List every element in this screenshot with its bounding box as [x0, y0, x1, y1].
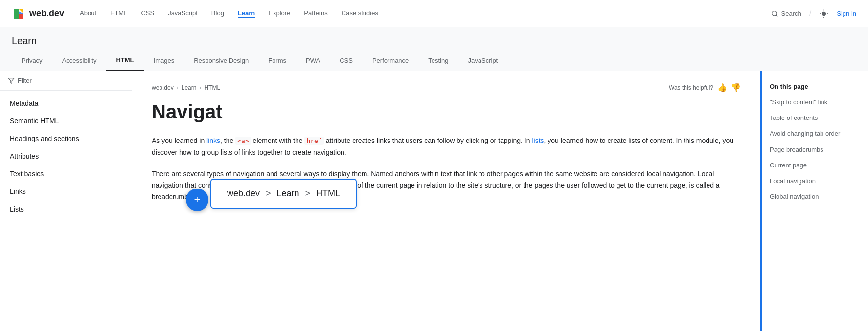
svg-point-4	[772, 11, 776, 15]
breadcrumb-webdev[interactable]: web.dev	[152, 84, 174, 91]
divider: /	[809, 9, 811, 18]
filter-icon	[8, 77, 15, 84]
popup-sep-1: >	[266, 189, 271, 199]
page-title: Navigat	[152, 100, 741, 123]
subnav-javascript[interactable]: JavaScript	[458, 51, 508, 70]
breadcrumb-popup: web.dev > Learn > HTML	[210, 179, 357, 209]
subnav-privacy[interactable]: Privacy	[12, 51, 52, 70]
breadcrumb-learn[interactable]: Learn	[182, 84, 197, 91]
zoom-icon: +	[186, 189, 208, 211]
nav-links: About HTML CSS JavaScript Blog Learn Exp…	[80, 9, 771, 18]
svg-marker-3	[19, 14, 23, 19]
zoom-plus: +	[194, 193, 201, 206]
content-area: web.dev › Learn › HTML Was this helpful?…	[132, 71, 760, 331]
svg-point-6	[822, 11, 826, 15]
subnav-performance[interactable]: Performance	[363, 51, 418, 70]
right-sidebar-breadcrumbs[interactable]: Page breadcrumbs	[770, 145, 860, 154]
nav-explore[interactable]: Explore	[269, 9, 290, 18]
helpful-area: Was this helpful? 👍 👎	[669, 83, 741, 92]
search-label: Search	[781, 10, 801, 17]
subnav-images[interactable]: Images	[144, 51, 184, 70]
right-sidebar-current-page[interactable]: Current page	[770, 161, 860, 170]
helpful-label: Was this helpful?	[669, 84, 713, 91]
zoom-overlay: +	[186, 189, 208, 211]
subnav-testing[interactable]: Testing	[418, 51, 458, 70]
breadcrumb-sep-1: ›	[177, 84, 179, 91]
sidebar-item-metadata[interactable]: Metadata	[0, 95, 132, 112]
subnav-responsive-design[interactable]: Responsive Design	[184, 51, 258, 70]
nav-blog[interactable]: Blog	[211, 9, 224, 18]
top-nav: web.dev About HTML CSS JavaScript Blog L…	[0, 0, 868, 27]
learn-header: Learn Privacy Accessibility HTML Images …	[0, 27, 868, 71]
right-sidebar-toc[interactable]: Table of contents	[770, 114, 860, 122]
nav-html[interactable]: HTML	[110, 9, 127, 18]
right-sidebar-skip-link[interactable]: "Skip to content" link	[770, 98, 860, 107]
popup-html: HTML	[316, 189, 340, 199]
sidebar-item-text-basics[interactable]: Text basics	[0, 165, 132, 183]
sidebar-item-headings[interactable]: Headings and sections	[0, 130, 132, 147]
right-sidebar-tab-order[interactable]: Avoid changing tab order	[770, 129, 860, 138]
subnav-css[interactable]: CSS	[330, 51, 363, 70]
thumbs-up-icon[interactable]: 👍	[717, 83, 727, 92]
sign-in-button[interactable]: Sign in	[837, 10, 856, 17]
thumbs-down-icon[interactable]: 👎	[731, 83, 741, 92]
nav-case-studies[interactable]: Case studies	[342, 9, 378, 18]
logo-text: web.dev	[29, 8, 64, 19]
popup-learn: Learn	[277, 189, 299, 199]
subnav-accessibility[interactable]: Accessibility	[52, 51, 107, 70]
sidebar-nav: Metadata Semantic HTML Headings and sect…	[0, 91, 132, 331]
nav-javascript[interactable]: JavaScript	[168, 9, 198, 18]
sidebar-item-lists[interactable]: Lists	[0, 200, 132, 218]
sidebar-item-links[interactable]: Links	[0, 183, 132, 200]
sidebar-item-semantic-html[interactable]: Semantic HTML	[0, 112, 132, 130]
popup-webdev: web.dev	[227, 189, 260, 199]
nav-right: Search / Sign in	[771, 9, 856, 19]
main-layout: Filter Metadata Semantic HTML Headings a…	[0, 71, 868, 331]
link-lists[interactable]: lists	[532, 137, 544, 144]
right-sidebar-global-nav[interactable]: Global navigation	[770, 192, 860, 201]
filter-label: Filter	[18, 77, 32, 84]
svg-marker-1	[14, 9, 19, 19]
right-sidebar-local-nav[interactable]: Local navigation	[770, 177, 860, 186]
breadcrumb-row: web.dev › Learn › HTML Was this helpful?…	[152, 83, 741, 92]
paragraph-1: As you learned in links, the <a> element…	[152, 135, 741, 159]
nav-patterns[interactable]: Patterns	[304, 9, 327, 18]
sidebar-item-attributes[interactable]: Attributes	[0, 147, 132, 165]
svg-marker-11	[8, 78, 14, 83]
nav-learn[interactable]: Learn	[238, 9, 255, 18]
filter-bar[interactable]: Filter	[0, 71, 132, 91]
theme-icon[interactable]	[819, 9, 829, 19]
nav-css[interactable]: CSS	[141, 9, 154, 18]
breadcrumb: web.dev › Learn › HTML	[152, 84, 220, 91]
search-button[interactable]: Search	[771, 10, 801, 18]
subnav-forms[interactable]: Forms	[258, 51, 296, 70]
nav-about[interactable]: About	[80, 9, 96, 18]
right-sidebar: On this page "Skip to content" link Tabl…	[760, 71, 868, 331]
subnav-html[interactable]: HTML	[106, 50, 143, 71]
subnav-pwa[interactable]: PWA	[296, 51, 330, 70]
left-sidebar: Filter Metadata Semantic HTML Headings a…	[0, 71, 132, 331]
learn-title: Learn	[12, 35, 856, 50]
svg-line-5	[776, 15, 777, 17]
breadcrumb-html[interactable]: HTML	[204, 84, 220, 91]
breadcrumb-sep-2: ›	[199, 84, 201, 91]
link-links[interactable]: links	[206, 137, 220, 144]
search-icon	[771, 10, 778, 18]
sub-nav: Privacy Accessibility HTML Images Respon…	[12, 50, 856, 71]
logo-icon	[12, 7, 25, 21]
right-sidebar-title: On this page	[770, 83, 860, 90]
logo-area[interactable]: web.dev	[12, 7, 64, 21]
popup-sep-2: >	[305, 189, 311, 199]
